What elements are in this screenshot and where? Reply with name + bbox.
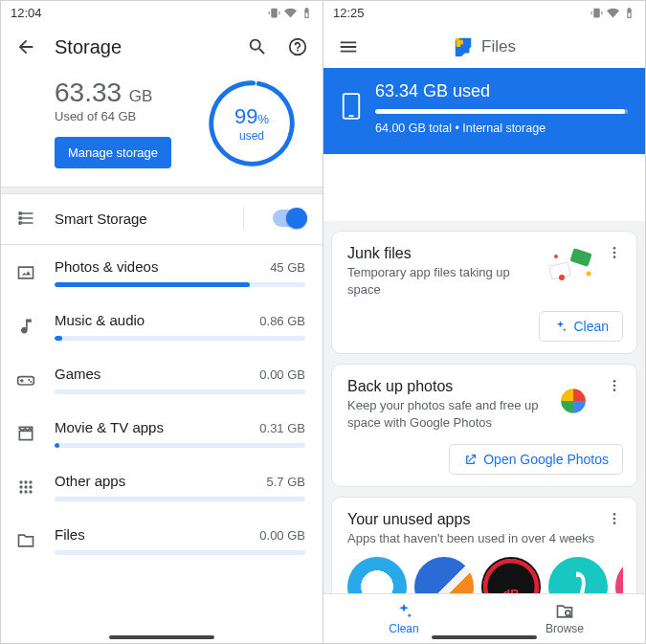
cards-area: Junk files Temporary app files taking up… xyxy=(323,221,645,593)
category-bar xyxy=(55,550,305,555)
search-icon xyxy=(247,36,268,57)
app-icon[interactable] xyxy=(548,557,608,593)
app-icon[interactable]: dB xyxy=(481,557,541,593)
svg-point-9 xyxy=(24,485,27,488)
app-icon[interactable] xyxy=(615,557,623,593)
svg-point-7 xyxy=(29,480,32,483)
battery-icon xyxy=(623,7,635,19)
category-value: 5.7 GB xyxy=(267,475,305,489)
smart-storage-row[interactable]: Smart Storage xyxy=(1,194,323,240)
svg-point-31 xyxy=(613,518,616,521)
help-icon xyxy=(287,36,308,57)
svg-point-11 xyxy=(19,490,22,493)
svg-rect-18 xyxy=(348,115,354,117)
files-brand-label: Files xyxy=(481,37,516,56)
music-icon xyxy=(14,317,37,336)
card-overflow-button[interactable] xyxy=(606,378,623,431)
card-title: Junk files xyxy=(347,245,533,262)
category-row-apps[interactable]: Other apps5.7 GB xyxy=(1,459,323,513)
hamburger-button[interactable] xyxy=(337,35,360,58)
unused-apps-list: dB xyxy=(347,557,623,593)
gesture-hint xyxy=(432,635,537,639)
svg-rect-17 xyxy=(344,94,360,119)
svg-rect-19 xyxy=(569,248,591,266)
card-title: Back up photos xyxy=(347,378,541,395)
vibrate-icon xyxy=(268,7,280,19)
usage-ring: 99% used xyxy=(206,78,298,169)
category-row-files[interactable]: Files0.00 GB xyxy=(1,513,323,566)
status-icons xyxy=(590,7,635,19)
sparkle-icon xyxy=(394,602,413,621)
files-icon xyxy=(14,531,37,550)
search-button[interactable] xyxy=(246,35,269,58)
category-bar xyxy=(55,336,305,341)
backup-photos-card: Back up photos Keep your photos safe and… xyxy=(331,364,637,487)
files-logo-icon xyxy=(453,36,474,57)
svg-point-5 xyxy=(19,480,22,483)
svg-point-23 xyxy=(554,255,558,258)
svg-point-13 xyxy=(29,490,32,493)
smart-storage-icon xyxy=(14,209,37,228)
category-value: 0.00 GB xyxy=(259,367,305,382)
svg-point-29 xyxy=(613,389,616,391)
svg-point-30 xyxy=(613,513,616,516)
clean-button[interactable]: Clean xyxy=(539,311,623,342)
status-icons xyxy=(268,7,313,19)
photos-icon xyxy=(14,263,37,282)
open-external-icon xyxy=(463,453,478,467)
status-bar: 12:04 xyxy=(1,1,323,24)
card-desc: Keep your photos safe and free up space … xyxy=(347,397,539,431)
card-overflow-button[interactable] xyxy=(606,245,623,298)
category-row-music[interactable]: Music & audio0.86 GB xyxy=(1,299,323,352)
svg-point-27 xyxy=(613,380,616,383)
category-bar xyxy=(55,443,305,448)
settings-storage-screen: 12:04 Storage 63.33 GB Used of 64 GB Man… xyxy=(0,0,323,644)
category-label: Photos & videos xyxy=(55,258,158,275)
status-time: 12:04 xyxy=(11,6,42,20)
category-label: Music & audio xyxy=(55,312,145,328)
status-bar: 12:25 xyxy=(323,1,645,24)
wifi-icon xyxy=(284,7,297,19)
svg-point-32 xyxy=(613,522,616,525)
open-google-photos-button[interactable]: Open Google Photos xyxy=(449,444,623,475)
svg-point-21 xyxy=(559,275,565,280)
card-desc: Temporary app files taking up space xyxy=(347,264,533,298)
svg-point-25 xyxy=(613,252,616,255)
svg-point-4 xyxy=(30,381,32,383)
category-row-movie[interactable]: Movie & TV apps0.31 GB xyxy=(1,406,323,459)
app-icon[interactable] xyxy=(347,557,407,593)
apps-icon xyxy=(14,477,37,497)
back-button[interactable] xyxy=(14,35,37,58)
junk-illustration-icon xyxy=(543,245,596,289)
smart-storage-toggle[interactable] xyxy=(273,210,305,227)
category-row-photos[interactable]: Photos & videos45 GB xyxy=(1,245,323,299)
files-top-bar: Files xyxy=(323,24,645,68)
unused-apps-card: Your unused apps Apps that haven't been … xyxy=(331,497,637,593)
storage-summary: 63.33 GB Used of 64 GB Manage storage 99… xyxy=(1,64,323,187)
more-vert-icon xyxy=(607,511,622,526)
used-amount: 63.33 GB xyxy=(55,78,187,108)
svg-point-28 xyxy=(613,385,616,388)
category-row-games[interactable]: Games0.00 GB xyxy=(1,352,323,406)
app-icon[interactable] xyxy=(414,557,474,593)
help-button[interactable] xyxy=(286,35,309,58)
more-vert-icon xyxy=(607,378,622,393)
category-value: 0.00 GB xyxy=(259,528,305,543)
files-app-screen: 12:25 Files 63.34 GB used 64.00 GB total… xyxy=(323,0,646,644)
svg-point-22 xyxy=(587,272,591,277)
app-bar: Storage xyxy=(1,24,323,64)
svg-point-3 xyxy=(28,379,30,381)
manage-storage-button[interactable]: Manage storage xyxy=(55,137,171,168)
svg-point-6 xyxy=(24,480,27,483)
storage-banner: 63.34 GB used 64.00 GB total • Internal … xyxy=(323,68,645,154)
card-overflow-button[interactable] xyxy=(606,511,623,547)
category-bar xyxy=(55,282,305,287)
google-photos-icon xyxy=(550,378,596,424)
svg-rect-16 xyxy=(460,44,469,53)
banner-progress xyxy=(375,109,628,114)
movie-icon xyxy=(14,424,37,443)
section-divider xyxy=(1,187,323,194)
card-title: Your unused apps xyxy=(347,511,596,528)
games-icon xyxy=(14,370,37,389)
wifi-icon xyxy=(607,7,619,19)
